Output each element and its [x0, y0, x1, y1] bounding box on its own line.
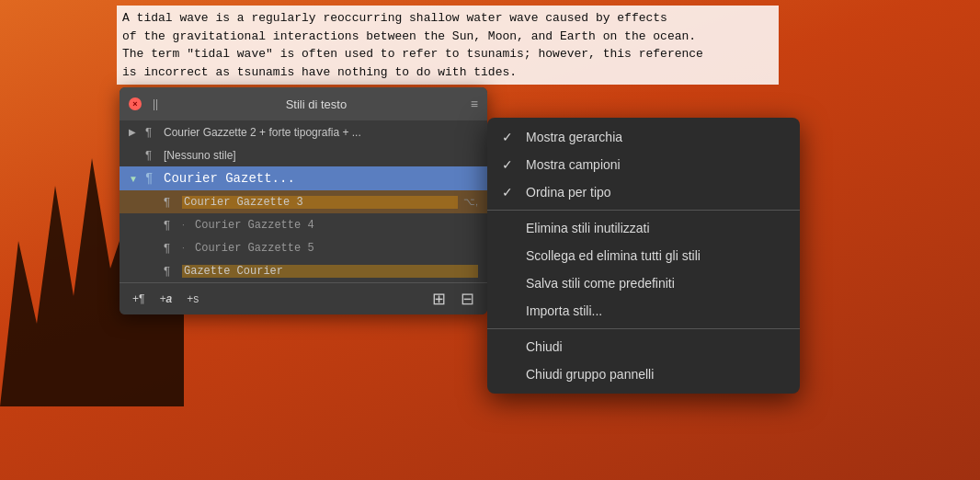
selected-group-row[interactable]: ▼ ¶ Courier Gazett...	[120, 166, 487, 190]
menu-label-3: Elimina stili inutilizzati	[526, 221, 650, 235]
dropdown-menu: ✓ Mostra gerarchia ✓ Mostra campioni ✓ O…	[487, 118, 800, 394]
menu-item-importa[interactable]: Importa stili...	[487, 297, 800, 325]
sub-item-name-1: Courier Gazzette 4	[195, 219, 478, 232]
check-icon-2: ✓	[502, 185, 517, 200]
selected-group-name: Courier Gazett...	[164, 171, 478, 186]
pilcrow-icon-2: ¶	[145, 148, 158, 162]
panel-footer: +¶ +a +s ⊞ ⊟	[120, 282, 487, 314]
panel-title: Stili di testo	[169, 97, 463, 111]
add-char-button[interactable]: +a	[159, 292, 172, 305]
menu-item-ordina-per-tipo[interactable]: ✓ Ordina per tipo	[487, 178, 800, 206]
chevron-down-icon: ▼	[129, 174, 140, 184]
text-content: A tidal wave is a regularly reoccurring …	[122, 11, 703, 79]
panel-header: × || Stili di testo ≡	[120, 87, 487, 120]
menu-label-1: Mostra campioni	[526, 157, 621, 172]
menu-item-mostra-gerarchia[interactable]: ✓ Mostra gerarchia	[487, 123, 800, 151]
sub-item-2[interactable]: ¶ · Courier Gazzette 5	[120, 236, 487, 259]
menu-label-4: Scollega ed elimina tutti gli stili	[526, 248, 701, 263]
shortcut-0: ⌥,	[463, 196, 478, 208]
pilcrow-selected-icon: ¶	[145, 171, 158, 186]
check-icon-0: ✓	[502, 130, 517, 144]
styles-panel: × || Stili di testo ≡ ▶ ¶ Courier Gazzet…	[120, 87, 487, 314]
menu-label-8: Chiudi gruppo pannelli	[526, 367, 654, 382]
text-block: A tidal wave is a regularly reoccurring …	[117, 6, 779, 85]
relink-button[interactable]: ⊞	[432, 289, 446, 309]
menu-item-mostra-campioni[interactable]: ✓ Mostra campioni	[487, 151, 800, 178]
menu-item-chiudi[interactable]: Chiudi	[487, 333, 800, 360]
menu-label-7: Chiudi	[526, 339, 563, 354]
divider-2	[487, 328, 800, 329]
group-style-name: Courier Gazzette 2 + forte tipografia + …	[164, 126, 478, 139]
sub-item-name-2: Courier Gazzette 5	[195, 242, 478, 255]
sub-item-name-0: Courier Gazzette 3	[182, 196, 458, 209]
menu-label-5: Salva stili come predefiniti	[526, 276, 675, 291]
pause-button[interactable]: ||	[149, 97, 162, 110]
menu-item-scollega[interactable]: Scollega ed elimina tutti gli stili	[487, 242, 800, 269]
sub-item-name-3: Gazette Courier	[182, 265, 478, 278]
menu-item-chiudi-gruppo[interactable]: Chiudi gruppo pannelli	[487, 360, 800, 388]
close-icon: ×	[132, 99, 137, 109]
no-style-name: [Nessuno stile]	[164, 149, 478, 162]
close-button[interactable]: ×	[129, 97, 142, 110]
menu-button[interactable]: ≡	[471, 97, 478, 110]
create-button[interactable]: ⊟	[461, 289, 474, 309]
pause-icon: ||	[153, 97, 158, 110]
sub-item-0[interactable]: ¶ Courier Gazzette 3 ⌥,	[120, 190, 487, 213]
chevron-right-icon: ▶	[129, 127, 140, 137]
sub-item-3[interactable]: ¶ Gazette Courier	[120, 259, 487, 282]
menu-item-elimina-stili[interactable]: Elimina stili inutilizzati	[487, 214, 800, 242]
menu-label-2: Ordina per tipo	[526, 185, 611, 200]
divider-1	[487, 210, 800, 211]
check-icon-1: ✓	[502, 157, 517, 172]
pilcrow-icon: ¶	[145, 125, 158, 139]
add-s-button[interactable]: +s	[187, 292, 199, 305]
group-row[interactable]: ▶ ¶ Courier Gazzette 2 + forte tipografi…	[120, 120, 487, 143]
menu-label-0: Mostra gerarchia	[526, 130, 622, 144]
menu-label-6: Importa stili...	[526, 303, 602, 318]
add-para-button[interactable]: +¶	[132, 292, 144, 305]
menu-item-salva-stili[interactable]: Salva stili come predefiniti	[487, 269, 800, 297]
no-style-row[interactable]: ¶ [Nessuno stile]	[120, 143, 487, 166]
sub-item-1[interactable]: ¶ · Courier Gazzette 4	[120, 213, 487, 236]
